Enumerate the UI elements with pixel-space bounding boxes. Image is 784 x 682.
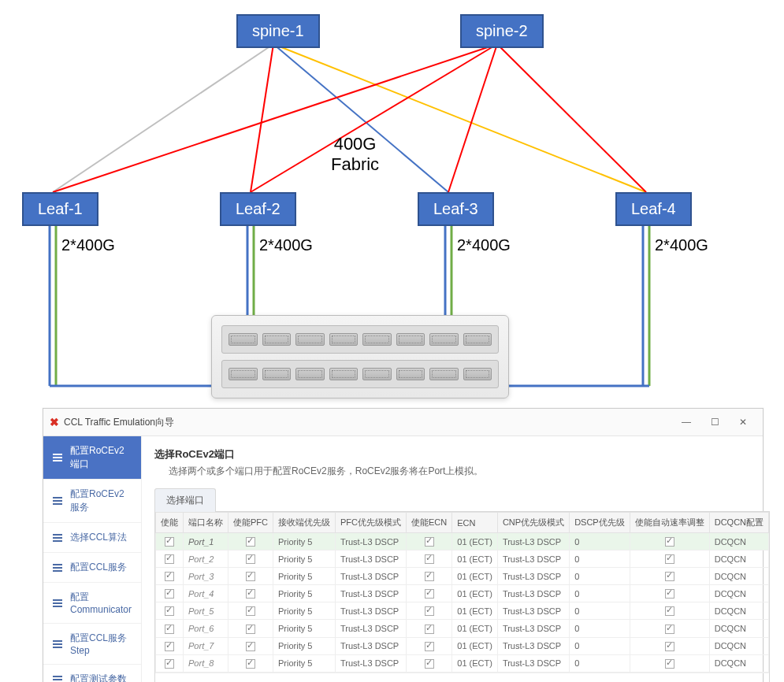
- chassis-port: [229, 368, 258, 380]
- checkbox-icon[interactable]: [246, 554, 255, 564]
- cell: 01 (ECT): [452, 637, 498, 654]
- chassis-port: [463, 333, 492, 345]
- cell: 0: [570, 637, 630, 654]
- chassis-port: [429, 368, 459, 380]
- checkbox-icon[interactable]: [665, 642, 674, 651]
- chassis-port: [429, 333, 459, 345]
- port-name-cell: Port_3: [184, 568, 229, 585]
- chassis-port: [295, 368, 325, 380]
- leaf-4-node: Leaf-4: [615, 192, 692, 226]
- cell: Trust-L3 DSCP: [497, 602, 569, 620]
- checkbox-icon[interactable]: [165, 606, 174, 616]
- chassis-port: [262, 368, 292, 380]
- checkbox-icon[interactable]: [425, 659, 434, 669]
- sidebar-item-label: 配置CCL服务Step: [70, 632, 132, 656]
- table-row[interactable]: Port_4Priority 5Trust-L3 DSCP01 (ECT)Tru…: [156, 585, 769, 602]
- maximize-button[interactable]: ☐: [701, 413, 728, 431]
- checkbox-icon[interactable]: [665, 659, 674, 669]
- sidebar-item-label: 配置测试参数: [70, 673, 127, 682]
- sidebar-item-label: 配置RoCEv2端口: [70, 444, 132, 471]
- checkbox-icon[interactable]: [246, 537, 255, 547]
- sidebar-item[interactable]: 配置CCL服务: [43, 553, 141, 583]
- sidebar-item[interactable]: 配置Communicator: [43, 583, 141, 624]
- chassis-port: [362, 368, 392, 380]
- checkbox-icon[interactable]: [165, 642, 174, 651]
- checkbox-icon[interactable]: [665, 625, 674, 634]
- checkbox-icon[interactable]: [165, 659, 174, 669]
- sidebar-item[interactable]: 配置RoCEv2服务: [43, 480, 141, 523]
- checkbox-icon[interactable]: [425, 554, 434, 564]
- checkbox-icon[interactable]: [165, 589, 174, 599]
- svg-line-1: [251, 44, 273, 192]
- port-name-cell: Port_7: [184, 637, 229, 654]
- checkbox-icon[interactable]: [246, 572, 255, 581]
- hamburger-icon: [53, 676, 62, 683]
- checkbox-icon[interactable]: [665, 589, 674, 599]
- cell: Trust-L3 DSCP: [497, 533, 569, 550]
- cell: Priority 5: [273, 602, 336, 620]
- close-button[interactable]: ✕: [730, 413, 756, 431]
- checkbox-icon[interactable]: [425, 606, 434, 616]
- checkbox-icon[interactable]: [165, 572, 174, 581]
- tab-select-port[interactable]: 选择端口: [154, 488, 216, 512]
- sidebar-item[interactable]: 配置测试参数: [43, 665, 141, 682]
- cell: DCQCN: [709, 533, 768, 550]
- table-row[interactable]: Port_5Priority 5Trust-L3 DSCP01 (ECT)Tru…: [156, 602, 769, 620]
- leaf2-port-label: 2*400G: [259, 236, 313, 254]
- checkbox-icon[interactable]: [425, 589, 434, 599]
- cell: Trust-L3 DSCP: [336, 654, 407, 672]
- checkbox-icon[interactable]: [165, 537, 174, 547]
- table-row[interactable]: Port_3Priority 5Trust-L3 DSCP01 (ECT)Tru…: [156, 568, 769, 585]
- cell: 0: [570, 533, 630, 550]
- cell: 0: [570, 654, 630, 672]
- checkbox-icon[interactable]: [246, 589, 255, 599]
- column-header: 使能: [156, 513, 184, 533]
- checkbox-icon[interactable]: [665, 537, 674, 547]
- wizard-main: 选择RoCEv2端口 选择两个或多个端口用于配置RoCEv2服务，RoCEv2服…: [142, 436, 782, 682]
- cell: 01 (ECT): [452, 602, 498, 620]
- sidebar-item-label: 选择CCL算法: [70, 531, 127, 544]
- checkbox-icon[interactable]: [665, 572, 674, 581]
- hamburger-icon: [53, 534, 62, 542]
- minimize-button[interactable]: —: [673, 413, 700, 431]
- sidebar-item[interactable]: 配置CCL服务Step: [43, 624, 141, 665]
- cell: 0: [570, 585, 630, 602]
- sidebar-item-label: 配置CCL服务: [70, 561, 127, 574]
- checkbox-icon[interactable]: [246, 625, 255, 634]
- column-header: 端口名称: [184, 513, 229, 533]
- checkbox-icon[interactable]: [165, 625, 174, 634]
- chassis-port: [396, 333, 425, 345]
- checkbox-icon[interactable]: [246, 659, 255, 669]
- column-header: ECN: [452, 513, 498, 533]
- column-header: 使能PFC: [229, 513, 273, 533]
- cell: 0: [570, 602, 630, 620]
- table-row[interactable]: Port_6Priority 5Trust-L3 DSCP01 (ECT)Tru…: [156, 620, 769, 637]
- port-table: 使能端口名称使能PFC接收端优先级PFC优先级模式使能ECNECNCNP优先级模…: [155, 512, 769, 673]
- sidebar-item[interactable]: 选择CCL算法: [43, 523, 141, 553]
- cell: DCQCN: [709, 637, 768, 654]
- topology-diagram: spine-1 spine-2 Leaf-1 Leaf-2 Leaf-3 Lea…: [0, 0, 784, 402]
- checkbox-icon[interactable]: [425, 625, 434, 634]
- checkbox-icon[interactable]: [246, 606, 255, 616]
- checkbox-icon[interactable]: [665, 606, 674, 616]
- checkbox-icon[interactable]: [425, 572, 434, 581]
- checkbox-icon[interactable]: [246, 642, 255, 651]
- cell: Trust-L3 DSCP: [336, 620, 407, 637]
- port-name-cell: Port_8: [184, 654, 229, 672]
- table-row[interactable]: Port_2Priority 5Trust-L3 DSCP01 (ECT)Tru…: [156, 550, 769, 568]
- table-row[interactable]: Port_8Priority 5Trust-L3 DSCP01 (ECT)Tru…: [156, 654, 769, 672]
- fabric-label: 400GFabric: [331, 134, 379, 176]
- chassis-port: [262, 333, 292, 345]
- spine-1-node: spine-1: [236, 14, 320, 48]
- sidebar-item[interactable]: 配置RoCEv2端口: [43, 436, 141, 480]
- checkbox-icon[interactable]: [425, 537, 434, 547]
- checkbox-icon[interactable]: [425, 642, 434, 651]
- leaf-3-node: Leaf-3: [418, 192, 494, 226]
- checkbox-icon[interactable]: [165, 554, 174, 564]
- cell: Priority 5: [273, 533, 336, 550]
- table-row[interactable]: Port_7Priority 5Trust-L3 DSCP01 (ECT)Tru…: [156, 637, 769, 654]
- chassis-port: [463, 368, 492, 380]
- checkbox-icon[interactable]: [665, 554, 674, 564]
- leaf3-port-label: 2*400G: [457, 236, 511, 254]
- table-row[interactable]: Port_1Priority 5Trust-L3 DSCP01 (ECT)Tru…: [156, 533, 769, 550]
